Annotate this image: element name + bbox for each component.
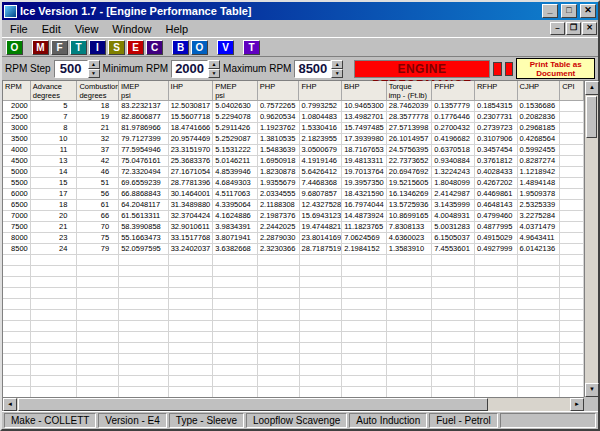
table-cell[interactable]: 3.9834391 — [213, 222, 258, 233]
toolbar-button-4-i[interactable]: I — [89, 40, 106, 55]
table-cell[interactable] — [387, 376, 433, 387]
table-cell[interactable] — [342, 255, 387, 266]
table-cell[interactable] — [31, 277, 78, 288]
toolbar-button-1-m[interactable]: M — [32, 40, 49, 55]
table-cell[interactable] — [169, 321, 214, 332]
table-cell[interactable] — [31, 299, 78, 310]
table-cell[interactable] — [387, 288, 433, 299]
table-cell[interactable]: 8000 — [3, 233, 31, 244]
table-cell[interactable]: 1.8048099 — [432, 178, 475, 189]
table-cell[interactable] — [432, 288, 475, 299]
table-cell[interactable]: 4.5117063 — [213, 189, 258, 200]
table-cell[interactable] — [560, 112, 584, 123]
table-cell[interactable] — [387, 343, 433, 354]
table-cell[interactable]: 0.4877995 — [475, 222, 518, 233]
table-cell[interactable]: 79.7127399 — [119, 134, 169, 145]
table-cell[interactable] — [560, 134, 584, 145]
table-cell[interactable] — [560, 376, 584, 387]
table-cell[interactable]: 9.6807857 — [300, 189, 343, 200]
close-button[interactable]: ✕ — [580, 4, 596, 18]
table-cell[interactable]: 0.6370518 — [432, 145, 475, 156]
table-cell[interactable]: 81.9786966 — [119, 123, 169, 134]
table-cell[interactable] — [77, 332, 119, 343]
table-cell[interactable] — [258, 365, 300, 376]
table-cell[interactable]: 3.6382668 — [213, 244, 258, 255]
table-cell[interactable]: 0.4268564 — [518, 134, 561, 145]
table-cell[interactable]: 1.8230878 — [258, 167, 300, 178]
table-cell[interactable]: 14 — [31, 167, 78, 178]
table-cell[interactable] — [432, 343, 475, 354]
table-cell[interactable] — [119, 288, 169, 299]
table-cell[interactable]: 18.7167653 — [342, 145, 387, 156]
table-cell[interactable]: 1.3810535 — [258, 134, 300, 145]
table-cell[interactable]: 0.1854315 — [475, 101, 518, 112]
table-cell[interactable] — [432, 277, 475, 288]
table-cell[interactable]: 0.2700432 — [432, 123, 475, 134]
table-cell[interactable] — [432, 266, 475, 277]
table-cell[interactable]: 18.4741666 — [169, 123, 214, 134]
maximum-rpm-down-icon[interactable]: ▼ — [331, 69, 343, 78]
table-cell[interactable] — [3, 332, 31, 343]
table-cell[interactable] — [518, 255, 561, 266]
column-header-torque[interactable]: Torqueimp - (Ft.lb) — [387, 81, 433, 101]
table-cell[interactable] — [560, 189, 584, 200]
table-cell[interactable] — [169, 343, 214, 354]
table-cell[interactable] — [258, 277, 300, 288]
table-cell[interactable]: 69.6559239 — [119, 178, 169, 189]
table-cell[interactable]: 31.3489880 — [169, 200, 214, 211]
table-cell[interactable]: 17.3939980 — [342, 134, 387, 145]
table-cell[interactable]: 5.2529087 — [213, 134, 258, 145]
table-cell[interactable] — [387, 321, 433, 332]
table-cell[interactable]: 11.1823765 — [342, 222, 387, 233]
table-cell[interactable]: 30.1464001 — [169, 189, 214, 200]
table-cell[interactable]: 4.8539946 — [213, 167, 258, 178]
toolbar-button-7-c[interactable]: C — [146, 40, 163, 55]
table-cell[interactable] — [258, 332, 300, 343]
table-cell[interactable] — [119, 310, 169, 321]
table-cell[interactable] — [169, 310, 214, 321]
table-cell[interactable] — [475, 387, 518, 397]
title-bar[interactable]: Ice Version 1.7 - [Engine Performance Ta… — [2, 2, 598, 20]
table-cell[interactable] — [213, 332, 258, 343]
table-cell[interactable] — [518, 387, 561, 397]
mdi-restore-button[interactable]: ❐ — [566, 22, 581, 35]
table-cell[interactable]: 5.1531222 — [213, 145, 258, 156]
table-cell[interactable]: 66 — [77, 211, 119, 222]
table-cell[interactable]: 12.4327528 — [300, 200, 343, 211]
column-header-fhp[interactable]: FHP — [299, 81, 342, 101]
table-cell[interactable]: 20 — [31, 211, 78, 222]
table-cell[interactable] — [432, 299, 475, 310]
table-cell[interactable] — [560, 233, 584, 244]
table-cell[interactable] — [560, 288, 584, 299]
scroll-right-icon[interactable]: ► — [570, 398, 584, 411]
table-cell[interactable] — [560, 244, 584, 255]
table-cell[interactable]: 1.6950918 — [258, 156, 300, 167]
print-table-button[interactable]: Print Table as Document — [516, 58, 595, 79]
mdi-minimize-button[interactable]: – — [550, 22, 565, 35]
table-cell[interactable] — [31, 365, 78, 376]
toolbar-button-3-t[interactable]: T — [70, 40, 87, 55]
table-cell[interactable]: 18.4321590 — [342, 189, 387, 200]
table-cell[interactable]: 0.5992455 — [518, 145, 561, 156]
toolbar-button-11-t[interactable]: T — [243, 40, 260, 55]
column-header-ihp[interactable]: IHP — [169, 81, 214, 101]
table-cell[interactable]: 1.1218942 — [518, 167, 561, 178]
rpm-step-value[interactable]: 500 — [54, 60, 88, 78]
table-cell[interactable] — [3, 343, 31, 354]
table-cell[interactable]: 2.4142987 — [432, 189, 475, 200]
table-cell[interactable]: 32 — [77, 134, 119, 145]
table-cell[interactable] — [77, 255, 119, 266]
table-cell[interactable] — [213, 321, 258, 332]
table-cell[interactable] — [387, 266, 433, 277]
table-cell[interactable] — [31, 288, 78, 299]
table-cell[interactable] — [560, 277, 584, 288]
table-cell[interactable]: 0.2307731 — [475, 112, 518, 123]
table-cell[interactable]: 83.2232137 — [119, 101, 169, 112]
table-cell[interactable]: 1.0804483 — [300, 112, 343, 123]
table-cell[interactable] — [3, 255, 31, 266]
table-cell[interactable]: 11 — [31, 145, 78, 156]
table-cell[interactable] — [119, 365, 169, 376]
table-cell[interactable] — [169, 266, 214, 277]
table-cell[interactable] — [300, 354, 343, 365]
table-cell[interactable] — [31, 387, 78, 397]
